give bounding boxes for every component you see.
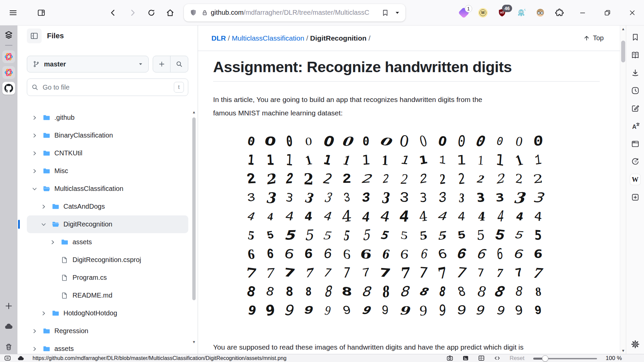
breadcrumb-item-MulticlassClassification[interactable]: MulticlassClassification xyxy=(232,34,304,42)
scroll-down-icon[interactable]: ▼ xyxy=(620,349,626,353)
bookmark-sidebar-button[interactable] xyxy=(630,32,640,42)
chevron-right-icon[interactable] xyxy=(48,239,58,245)
mnist-digit: 5 xyxy=(451,226,473,245)
mnist-digit: 1 xyxy=(529,148,548,171)
settings-button[interactable] xyxy=(630,339,640,349)
goto-file-kbd: t xyxy=(174,82,184,93)
tree-folder-assets[interactable]: assets xyxy=(27,340,188,354)
tree-folder-.github[interactable]: .github xyxy=(27,109,188,126)
add-file-button[interactable] xyxy=(153,56,170,72)
code-icon[interactable] xyxy=(494,355,501,362)
mnist-digit: 9 xyxy=(243,300,260,321)
tree-file-DigitRecognition.csproj[interactable]: DigitRecognition.csproj xyxy=(27,251,188,269)
chevron-right-icon[interactable] xyxy=(30,328,40,334)
mnist-digit: 9 xyxy=(318,300,338,321)
extensions-puzzle-button[interactable] xyxy=(554,7,565,18)
history-button[interactable] xyxy=(630,86,640,96)
slider-thumb[interactable] xyxy=(542,355,548,362)
mnist-digit: 7 xyxy=(338,262,356,283)
grid-icon[interactable] xyxy=(478,355,485,362)
home-button[interactable] xyxy=(163,6,177,20)
content-scrollbar-thumb[interactable] xyxy=(621,41,625,62)
tab-stack-button[interactable] xyxy=(3,29,15,41)
breadcrumb-item-DLR[interactable]: DLR xyxy=(211,34,226,42)
chevron-right-icon[interactable] xyxy=(39,204,49,210)
add-panel-button[interactable] xyxy=(630,192,640,202)
tree-folder-BinaryClassification[interactable]: BinaryClassification xyxy=(27,126,188,144)
window-manager-button[interactable] xyxy=(630,139,640,149)
menu-button[interactable] xyxy=(6,6,20,20)
url-bar[interactable]: github.com/mdfarragher/DLR/tree/master/M… xyxy=(184,4,405,21)
close-button[interactable] xyxy=(625,6,640,20)
urlbar-dropdown-icon[interactable] xyxy=(395,10,400,15)
forward-button[interactable] xyxy=(126,6,140,20)
sidebar-scrollbar[interactable]: ▲ ▼ xyxy=(192,110,196,344)
restore-button[interactable] xyxy=(600,6,615,20)
tree-folder-HotdogNotHotdog[interactable]: HotdogNotHotdog xyxy=(27,304,188,322)
tree-folder-assets[interactable]: assets xyxy=(27,233,188,251)
hamburger-icon xyxy=(9,8,17,17)
tree-folder-Regression[interactable]: Regression xyxy=(27,322,188,340)
branch-selector[interactable]: master xyxy=(27,56,149,72)
cloud-status-icon[interactable] xyxy=(17,355,24,362)
octopus-extension-button[interactable] xyxy=(516,7,527,18)
sync-button[interactable] xyxy=(630,157,640,167)
reader-button[interactable] xyxy=(630,50,640,60)
chevron-right-icon[interactable] xyxy=(30,133,40,139)
ublock-extension-button[interactable]: uO 46 xyxy=(497,7,507,18)
tab-knot-2[interactable] xyxy=(2,66,15,79)
mnist-digit: 8 xyxy=(451,281,473,302)
bookmark-flag-icon[interactable] xyxy=(381,9,389,17)
mnist-digit: 3 xyxy=(299,186,318,209)
scroll-down-icon[interactable]: ▼ xyxy=(192,340,196,344)
goto-file-input[interactable] xyxy=(42,83,170,92)
rail-bottom-actions xyxy=(4,302,13,354)
sidebar-scrollbar-thumb[interactable] xyxy=(192,117,196,300)
chevron-right-icon[interactable] xyxy=(30,168,40,174)
reload-button[interactable] xyxy=(144,6,158,20)
collapse-sidebar-button[interactable] xyxy=(27,29,42,43)
sidebar-toggle-button[interactable] xyxy=(34,6,48,20)
tab-github-active[interactable] xyxy=(2,82,15,95)
translate-button[interactable]: A xyxy=(630,121,640,131)
cloud-tabs-icon[interactable] xyxy=(4,322,13,331)
tree-folder-Misc[interactable]: Misc xyxy=(27,162,188,180)
mnist-digit: 4 xyxy=(528,206,549,227)
trash-icon[interactable] xyxy=(4,343,13,351)
chevron-down-icon[interactable] xyxy=(30,186,40,192)
tree-folder-DigitRecognition[interactable]: DigitRecognition xyxy=(27,215,188,233)
scroll-top-button[interactable]: Top xyxy=(583,34,604,42)
mnist-digit: 4 xyxy=(511,208,527,225)
search-files-button[interactable] xyxy=(170,56,188,72)
wikipedia-button[interactable]: W xyxy=(630,174,640,185)
tree-file-README.md[interactable]: README.md xyxy=(27,287,188,304)
notes-button[interactable] xyxy=(630,103,640,113)
tree-folder-MulticlassClassification[interactable]: MulticlassClassification xyxy=(27,180,188,198)
reset-label[interactable]: Reset xyxy=(509,355,524,362)
tree-item-label: DigitRecognition xyxy=(63,220,112,228)
zoom-slider[interactable] xyxy=(533,355,597,361)
chevron-right-icon[interactable] xyxy=(39,310,49,316)
tree-file-Program.cs[interactable]: Program.cs xyxy=(27,269,188,287)
relay-extension-button[interactable]: 1 xyxy=(458,7,469,18)
scroll-up-icon[interactable]: ▲ xyxy=(192,110,196,114)
chevron-right-icon[interactable] xyxy=(30,346,40,352)
chevron-down-icon[interactable] xyxy=(39,221,49,227)
m-extension-button[interactable]: M xyxy=(478,7,488,18)
chevron-right-icon[interactable] xyxy=(30,150,40,156)
screenshot-camera-icon[interactable] xyxy=(446,355,453,362)
chevron-right-icon[interactable] xyxy=(30,115,40,121)
pip-icon[interactable] xyxy=(4,355,11,362)
minimize-button[interactable] xyxy=(575,6,590,20)
tree-folder-CatsAndDogs[interactable]: CatsAndDogs xyxy=(27,198,188,215)
downloads-button[interactable] xyxy=(630,68,640,78)
content-scrollbar[interactable]: ▲ ▼ xyxy=(620,25,626,354)
image-icon[interactable] xyxy=(462,355,469,362)
tab-knot-1[interactable] xyxy=(2,50,15,63)
avatar-extension-button[interactable] xyxy=(535,7,546,18)
scroll-up-icon[interactable]: ▲ xyxy=(620,27,626,31)
new-tab-plus-icon[interactable] xyxy=(4,302,13,310)
right-icon-strip: A W xyxy=(626,25,644,354)
back-button[interactable] xyxy=(106,6,120,20)
tree-folder-CNTKUtil[interactable]: CNTKUtil xyxy=(27,144,188,162)
